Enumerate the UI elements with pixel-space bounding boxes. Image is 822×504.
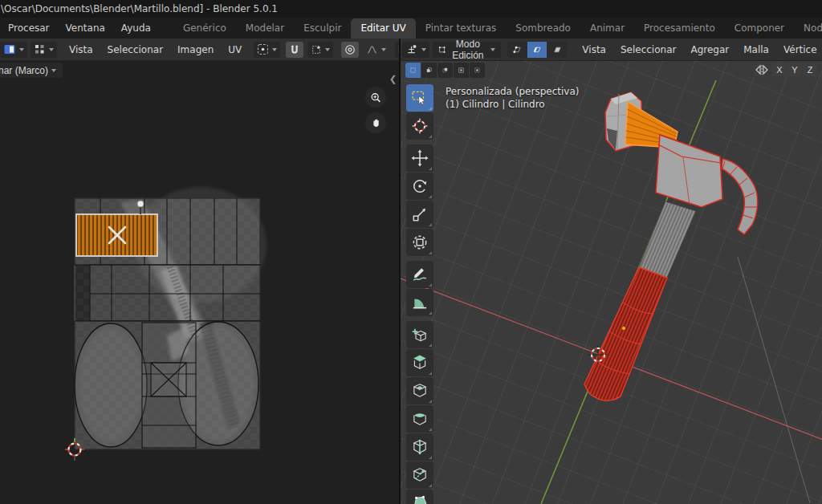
viewport-canvas[interactable]: X Y Z Personalizada (perspectiva) (1) Ci… [399,61,822,504]
tab-editar-uv[interactable]: Editar UV [351,18,415,39]
selected-uv-island[interactable] [76,214,157,256]
tab-procesamiento[interactable]: Procesamiento [634,18,725,39]
select-mode-intersect-button[interactable] [470,63,485,78]
symmetry-y-button[interactable]: Y [787,63,802,76]
menu-ventana[interactable]: Ventana [58,20,113,36]
proportional-group [340,42,391,58]
tool-cursor-button[interactable] [406,112,433,140]
zoom-in-button[interactable] [365,87,386,108]
tool-extrude-region-button[interactable] [406,349,433,376]
v3d-menu-vista[interactable]: Vista [575,43,613,57]
symmetry-x-button[interactable]: X [772,63,787,76]
tool-poly-build-button[interactable] [406,490,433,504]
uv-selection-mode-icon [34,43,46,55]
uv-editor-canvas[interactable]: nar (Marco) [0,61,399,504]
edit-mode-icon [438,44,446,55]
pan-hand-icon [370,116,381,129]
uv-tool-settings-dropdown[interactable]: nar (Marco) [0,63,63,78]
uv-editor-type-icon [3,43,16,55]
tab-nodos-geometria[interactable]: Nodos de geometría [794,18,822,39]
symmetry-z-button[interactable]: Z [803,63,817,76]
viewport-overlay-text: Personalizada (perspectiva) (1) Cilindro… [446,85,579,111]
menu-procesar[interactable]: Procesar [0,20,58,36]
view-name-label: Personalizada (perspectiva) [446,85,579,98]
menu-ayuda[interactable]: Ayuda [113,20,159,36]
chevron-down-icon [19,48,24,51]
select-mode-invert-button[interactable] [454,63,469,78]
select-set-icon [410,65,416,75]
poly-build-icon [411,494,429,504]
snap-toggle-button[interactable] [286,42,303,58]
v3d-menu-vertice[interactable]: Vértice [776,43,822,57]
uv-pin-dot [137,201,144,207]
tool-annotate-button[interactable] [406,261,433,288]
tool-inset-faces-button[interactable] [406,377,433,404]
tool-measure-button[interactable] [406,289,433,316]
edge-select-button[interactable] [527,42,547,58]
measure-icon [411,294,429,311]
tool-move-button[interactable] [406,144,433,172]
uv-editor-type-dropdown[interactable] [0,42,27,58]
falloff-dropdown[interactable] [363,42,389,58]
tool-transform-button[interactable] [406,229,433,256]
pan-button[interactable] [365,112,386,133]
chevron-down-icon [272,48,277,51]
face-select-button[interactable] [547,42,567,58]
snap-target-icon [311,44,322,55]
tab-pintar-texturas[interactable]: Pintar texturas [416,18,507,39]
proportional-editing-button[interactable] [341,42,359,58]
tab-modelar[interactable]: Modelar [236,18,294,39]
object-origin-dot [622,327,626,331]
viewport-editor-type-dropdown[interactable] [402,42,429,58]
workspace-tabs: Genérico Modelar Esculpir Editar UV Pint… [173,18,822,39]
active-object-label: (1) Cilindro | Cilindro [446,98,579,111]
tab-esculpir[interactable]: Esculpir [294,18,351,39]
uv-menu-uv[interactable]: UV [221,43,249,57]
select-invert-icon [458,65,464,75]
tool-scale-button[interactable] [406,201,433,228]
tab-generico[interactable]: Genérico [173,18,236,39]
v3d-menu-seleccionar[interactable]: Seleccionar [613,43,683,57]
chevron-down-icon [49,48,54,51]
snap-target-dropdown[interactable] [307,42,333,58]
pivot-dropdown[interactable] [254,42,280,58]
uv-menu-imagen[interactable]: Imagen [170,43,221,57]
uv-menu-seleccionar[interactable]: Seleccionar [100,43,170,57]
tab-animar[interactable]: Animar [580,18,634,39]
region-collapse-arrow[interactable]: ❮ [389,74,397,84]
tool-add-cube-button[interactable] [406,321,433,348]
zoom-in-icon [370,91,381,104]
tool-knife-button[interactable] [406,461,433,489]
tool-bevel-button[interactable] [406,405,433,433]
mode-dropdown[interactable]: Modo Edición [433,42,501,58]
select-mode-extend-button[interactable] [421,63,437,78]
tool-loop-cut-button[interactable] [406,433,433,461]
cursor-tool-icon [411,117,429,135]
uv-unwrap-drawing [0,80,399,504]
select-box-icon [411,89,429,107]
tab-componer[interactable]: Componer [725,18,794,39]
v3d-menu-malla[interactable]: Malla [736,43,776,57]
snap-magnet-icon [289,44,300,55]
title-bar: \Oscar\Documents\Blender\Martillo.blend]… [0,0,822,18]
loop-cut-icon [411,438,429,456]
transform-icon [411,234,429,251]
select-box-mode-group [405,63,485,78]
uv-menu-vista[interactable]: Vista [62,43,100,57]
hammer-3d-scene [401,80,822,504]
hammer-mesh[interactable] [584,92,758,400]
select-mode-set-button[interactable] [405,63,421,78]
tool-select-box-button[interactable] [406,84,433,112]
uv-editor-header: Vista Seleccionar Imagen UV [0,39,399,61]
uv-selection-mode-dropdown[interactable] [31,42,57,58]
falloff-curve-icon [366,44,378,55]
v3d-menu-agregar[interactable]: Agregar [683,43,736,57]
select-extend-icon [426,65,432,75]
tab-sombreado[interactable]: Sombreado [506,18,580,39]
select-mode-subtract-button[interactable] [437,63,453,78]
mirror-icon [755,63,769,76]
inset-faces-icon [411,382,429,400]
vertex-select-button[interactable] [507,42,527,58]
tool-rotate-button[interactable] [406,173,433,200]
chevron-down-icon [490,48,495,51]
